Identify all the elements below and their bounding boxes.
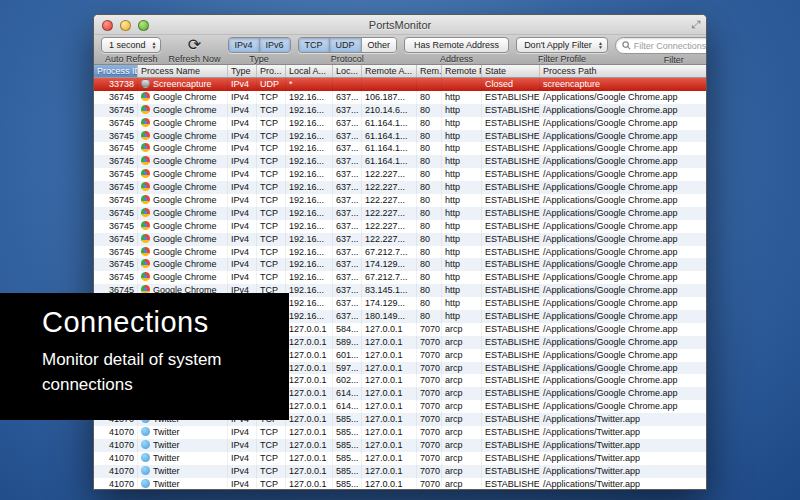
cell-process-name: Google Chrome — [138, 233, 228, 246]
search-input[interactable] — [634, 41, 707, 51]
cell-local-port: 637... — [333, 91, 362, 104]
type-segment-ipv4[interactable]: IPv4 — [229, 38, 260, 52]
table-row[interactable]: 36745 Google Chrome IPv4 TCP 192.16... 6… — [94, 117, 706, 130]
cell-state: ESTABLISHED — [482, 362, 540, 375]
table-row[interactable]: 36745 Google Chrome IPv4 TCP 192.16... 6… — [94, 130, 706, 143]
cell-remote-port: 7070 — [417, 400, 442, 413]
address-group: Has Remote Address Address — [404, 37, 509, 64]
table-row[interactable]: 36745 Google Chrome IPv4 TCP 192.16... 6… — [94, 194, 706, 207]
cell-remote-address: 127.0.0.1 — [362, 400, 417, 413]
cell-remote-address: 122.227... — [362, 207, 417, 220]
cell-process-name: Screencapture — [138, 78, 228, 91]
column-header-process-path[interactable]: Process Path — [540, 65, 706, 77]
cell-remote-address: 174.129... — [362, 258, 417, 271]
cell-local-port: 637... — [333, 168, 362, 181]
cell-remote-port: 7070 — [417, 323, 442, 336]
protocol-segment-other[interactable]: Other — [362, 38, 397, 52]
column-header-local-a[interactable]: Local A... — [286, 65, 333, 77]
title-bar[interactable]: PortsMonitor ⤢ — [94, 15, 706, 35]
type-segment-ipv6[interactable]: IPv6 — [260, 38, 290, 52]
cell-process-id: 36745 — [94, 220, 138, 233]
cell-remote-port: 80 — [417, 258, 442, 271]
table-row[interactable]: 41070 Twitter IPv4 TCP 127.0.0.1 585... … — [94, 439, 706, 452]
cell-local-port: 637... — [333, 181, 362, 194]
search-field[interactable] — [615, 37, 707, 54]
column-header-pro[interactable]: Pro... — [257, 65, 286, 77]
table-row[interactable]: 36745 Google Chrome IPv4 TCP 192.16... 6… — [94, 155, 706, 168]
cell-process-name: Twitter — [138, 478, 228, 489]
cell-protocol: TCP — [257, 258, 286, 271]
cell-process-name: Google Chrome — [138, 91, 228, 104]
cell-remote-port-name: arcp — [442, 323, 482, 336]
cell-process-path: /Applications/Google Chrome.app — [540, 142, 706, 155]
cell-process-path: /Applications/Twitter.app — [540, 413, 706, 426]
table-row[interactable]: 36745 Google Chrome IPv4 TCP 192.16... 6… — [94, 233, 706, 246]
cell-local-address: 192.16... — [286, 155, 333, 168]
cell-process-path: /Applications/Twitter.app — [540, 426, 706, 439]
app-icon — [141, 131, 150, 140]
cell-process-path: /Applications/Google Chrome.app — [540, 207, 706, 220]
zoom-button[interactable] — [138, 20, 149, 31]
cell-process-id: 41070 — [94, 426, 138, 439]
column-header-remote-a[interactable]: Remote A... — [362, 65, 417, 77]
table-row[interactable]: 41070 Twitter IPv4 TCP 127.0.0.1 585... … — [94, 478, 706, 489]
cell-remote-port-name: arcp — [442, 452, 482, 465]
table-row[interactable]: 41070 Twitter IPv4 TCP 127.0.0.1 585... … — [94, 426, 706, 439]
table-row[interactable]: 36745 Google Chrome IPv4 TCP 192.16... 6… — [94, 258, 706, 271]
table-row[interactable]: 36745 Google Chrome IPv4 TCP 192.16... 6… — [94, 271, 706, 284]
table-row[interactable]: 36745 Google Chrome IPv4 TCP 192.16... 6… — [94, 104, 706, 117]
cell-remote-address: 210.14.6... — [362, 104, 417, 117]
auto-refresh-group: 1 second ▲▼ Auto Refresh — [101, 37, 161, 64]
cell-remote-address: 61.164.1... — [362, 142, 417, 155]
table-row[interactable]: 36745 Google Chrome IPv4 TCP 192.16... 6… — [94, 181, 706, 194]
cell-local-port: 637... — [333, 258, 362, 271]
app-icon — [141, 479, 150, 488]
cell-local-port: 585... — [333, 452, 362, 465]
cell-remote-port-name: http — [442, 104, 482, 117]
column-header-state[interactable]: State — [482, 65, 540, 77]
has-remote-address-button[interactable]: Has Remote Address — [404, 37, 509, 53]
cell-local-port: 597... — [333, 362, 362, 375]
cell-process-path: /Applications/Google Chrome.app — [540, 362, 706, 375]
cell-local-address: 192.16... — [286, 258, 333, 271]
column-header-loc[interactable]: Loc... — [333, 65, 362, 77]
column-header-rem[interactable]: Rem... — [417, 65, 442, 77]
dropdown-arrows-icon: ▲▼ — [598, 41, 603, 49]
dropdown-arrows-icon: ▲▼ — [152, 41, 157, 49]
column-header-remote-po[interactable]: Remote Po... — [442, 65, 482, 77]
table-row[interactable]: 36745 Google Chrome IPv4 TCP 192.16... 6… — [94, 168, 706, 181]
cell-local-address: 192.16... — [286, 220, 333, 233]
cell-remote-port-name: arcp — [442, 400, 482, 413]
table-row[interactable]: 36745 Google Chrome IPv4 TCP 192.16... 6… — [94, 91, 706, 104]
table-row[interactable]: 36745 Google Chrome IPv4 TCP 192.16... 6… — [94, 142, 706, 155]
app-icon — [141, 234, 150, 243]
cell-remote-port-name: arcp — [442, 374, 482, 387]
cell-state: ESTABLISHED — [482, 181, 540, 194]
table-row[interactable]: 41070 Twitter IPv4 TCP 127.0.0.1 585... … — [94, 465, 706, 478]
cell-local-port: 637... — [333, 155, 362, 168]
table-row[interactable]: 36745 Google Chrome IPv4 TCP 192.16... 6… — [94, 246, 706, 259]
refresh-interval-dropdown[interactable]: 1 second ▲▼ — [101, 37, 161, 53]
column-header-process-name[interactable]: Process Name — [138, 65, 228, 77]
cell-remote-port: 80 — [417, 91, 442, 104]
filter-profile-dropdown[interactable]: Don't Apply Filter ▲▼ — [516, 37, 608, 53]
table-row[interactable]: 36745 Google Chrome IPv4 TCP 192.16... 6… — [94, 220, 706, 233]
cell-state: ESTABLISHED — [482, 233, 540, 246]
refresh-icon[interactable]: ⟳ — [186, 37, 203, 53]
close-button[interactable] — [102, 20, 113, 31]
protocol-segment-tcp[interactable]: TCP — [299, 38, 330, 52]
cell-process-name: Google Chrome — [138, 246, 228, 259]
cell-state: ESTABLISHED — [482, 271, 540, 284]
fullscreen-icon[interactable]: ⤢ — [691, 18, 700, 31]
table-row[interactable]: 33738 Screencapture IPv4 UDP * Closed sc… — [94, 78, 706, 91]
table-row[interactable]: 36745 Google Chrome IPv4 TCP 192.16... 6… — [94, 207, 706, 220]
minimize-button[interactable] — [120, 20, 131, 31]
cell-remote-port: 7070 — [417, 439, 442, 452]
column-header-type[interactable]: Type — [228, 65, 257, 77]
app-icon — [141, 466, 150, 475]
protocol-segment-udp[interactable]: UDP — [330, 38, 362, 52]
cell-local-address: 127.0.0.1 — [286, 478, 333, 489]
table-row[interactable]: 41070 Twitter IPv4 TCP 127.0.0.1 585... … — [94, 452, 706, 465]
column-header-process-id[interactable]: Process ID▲ — [94, 65, 138, 77]
cell-remote-port-name: http — [442, 155, 482, 168]
